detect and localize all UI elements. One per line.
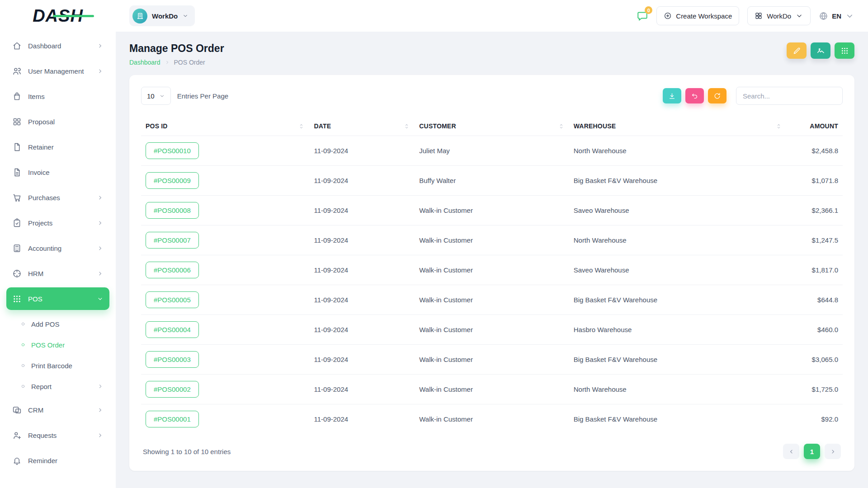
column-header-date[interactable]: DATE <box>309 117 415 136</box>
column-header-inner: POS ID <box>146 122 305 130</box>
table-row: #POS0000211-09-2024Walk-in CustomerNorth… <box>141 375 843 404</box>
sidebar-subitem-label: POS Order <box>31 341 65 349</box>
app-logo[interactable]: DASH <box>0 0 116 32</box>
sidebar-item-items[interactable]: Items <box>6 85 109 108</box>
date-cell: 11-09-2024 <box>309 255 415 285</box>
reset-button[interactable] <box>685 88 704 103</box>
pos-id-badge[interactable]: #POS00007 <box>146 232 199 249</box>
sidebar-subitem-add-pos[interactable]: Add POS <box>6 314 109 334</box>
chevron-right-icon <box>97 432 104 439</box>
app-root: DASH DashboardUser ManagementItemsPropos… <box>0 0 868 488</box>
pagination-next-button[interactable] <box>825 444 841 459</box>
export-button[interactable] <box>663 88 681 103</box>
breadcrumb: Dashboard POS Order <box>129 59 224 66</box>
pos-id-badge[interactable]: #POS00004 <box>146 321 199 338</box>
messages-button[interactable]: 0 <box>637 10 648 22</box>
customer-cell: Buffy Walter <box>415 166 569 196</box>
sidebar-item-label: User Management <box>28 67 84 75</box>
pagination-page-1[interactable]: 1 <box>804 444 820 459</box>
undo-icon <box>691 92 698 100</box>
workspace-switcher[interactable]: WorkDo <box>129 5 195 26</box>
sidebar-item-invoice[interactable]: Invoice <box>6 161 109 183</box>
breadcrumb-dashboard-link[interactable]: Dashboard <box>129 59 160 66</box>
pos-id-badge[interactable]: #POS00010 <box>146 142 199 159</box>
column-header-amount: AMOUNT <box>787 117 843 136</box>
customer-cell: Juliet May <box>415 136 569 166</box>
sidebar-item-label: Items <box>28 93 45 100</box>
column-header-pos-id[interactable]: POS ID <box>141 117 309 136</box>
sidebar-subitem-report[interactable]: Report <box>6 376 109 397</box>
chevron-right-icon <box>97 68 104 75</box>
pagination-prev-button[interactable] <box>783 444 799 459</box>
sidebar-item-requests[interactable]: Requests <box>6 424 109 446</box>
bag-icon <box>12 92 22 101</box>
column-label: CUSTOMER <box>419 122 456 130</box>
create-workspace-label: Create Workspace <box>676 12 732 20</box>
date-cell: 11-09-2024 <box>309 375 415 404</box>
sidebar-subitem-print-barcode[interactable]: Print Barcode <box>6 355 109 376</box>
pencil-icon <box>793 47 801 55</box>
search-input[interactable] <box>736 87 843 105</box>
table-row: #POS0000711-09-2024Walk-in CustomerNorth… <box>141 225 843 255</box>
language-selector[interactable]: EN <box>819 11 854 21</box>
customer-cell: Walk-in Customer <box>415 225 569 255</box>
pos-id-badge[interactable]: #POS00005 <box>146 291 199 308</box>
overview-button[interactable] <box>811 42 830 59</box>
table-row: #POS0000511-09-2024Walk-in CustomerBig B… <box>141 285 843 315</box>
sidebar-item-label: Purchases <box>28 194 60 202</box>
column-header-inner: DATE <box>314 122 410 130</box>
app-switcher-button[interactable]: WorkDo <box>747 6 811 25</box>
pos-id-badge[interactable]: #POS00006 <box>146 262 199 278</box>
edit-theme-button[interactable] <box>787 42 807 59</box>
chevron-right-icon <box>97 383 104 389</box>
warehouse-cell: Hasbro Warehouse <box>569 315 787 345</box>
grid-small-icon <box>755 12 763 20</box>
refresh-button[interactable] <box>708 88 726 103</box>
sidebar-item-accounting[interactable]: Accounting <box>6 237 109 259</box>
grid-view-button[interactable] <box>835 42 854 59</box>
sidebar-item-user-management[interactable]: User Management <box>6 60 109 82</box>
sidebar-item-proposal[interactable]: Proposal <box>6 110 109 133</box>
column-header-customer[interactable]: CUSTOMER <box>415 117 569 136</box>
pos-id-badge[interactable]: #POS00003 <box>146 351 199 368</box>
sidebar-item-reminder[interactable]: Reminder <box>6 449 109 472</box>
sidebar-item-label: Dashboard <box>28 42 61 50</box>
chevron-right-icon <box>97 42 104 49</box>
pos-orders-table: POS IDDATECUSTOMERWAREHOUSEAMOUNT #POS00… <box>141 117 843 434</box>
showing-entries-text: Showing 1 to 10 of 10 entries <box>143 448 231 455</box>
download-icon <box>668 92 676 100</box>
sidebar: DASH DashboardUser ManagementItemsPropos… <box>0 0 116 488</box>
create-workspace-button[interactable]: Create Workspace <box>656 6 739 25</box>
sidebar-item-hrm[interactable]: HRM <box>6 262 109 285</box>
sidebar-subitem-pos-order[interactable]: POS Order <box>6 334 109 355</box>
sidebar-item-projects[interactable]: Projects <box>6 211 109 234</box>
sidebar-item-pos[interactable]: POS <box>6 287 109 310</box>
pos-id-badge[interactable]: #POS00009 <box>146 172 199 189</box>
pos-id-badge[interactable]: #POS00008 <box>146 202 199 219</box>
table-row: #POS0000411-09-2024Walk-in CustomerHasbr… <box>141 315 843 345</box>
chevron-down-icon <box>159 93 165 99</box>
warehouse-cell: Big Basket F&V Warehouse <box>569 404 787 434</box>
sidebar-item-label: Proposal <box>28 118 55 126</box>
amount-cell: $1,071.8 <box>787 166 843 196</box>
table-head-row: POS IDDATECUSTOMERWAREHOUSEAMOUNT <box>141 117 843 136</box>
sidebar-item-retainer[interactable]: Retainer <box>6 136 109 158</box>
sidebar-nav: DashboardUser ManagementItemsProposalRet… <box>0 32 116 474</box>
customer-cell: Walk-in Customer <box>415 404 569 434</box>
sidebar-item-crm[interactable]: CRM <box>6 399 109 421</box>
chevron-right-icon <box>165 60 170 65</box>
sidebar-item-dashboard[interactable]: Dashboard <box>6 34 109 57</box>
entries-per-page-select[interactable]: 10 <box>141 87 171 105</box>
grid-dots-icon <box>840 47 849 55</box>
sidebar-subitem-label: Print Barcode <box>31 362 72 370</box>
amount-cell: $1,247.5 <box>787 225 843 255</box>
sidebar-item-purchases[interactable]: Purchases <box>6 186 109 209</box>
chevron-right-icon <box>97 245 104 252</box>
pos-id-badge[interactable]: #POS00002 <box>146 381 199 398</box>
amount-cell: $1,817.0 <box>787 255 843 285</box>
column-header-warehouse[interactable]: WAREHOUSE <box>569 117 787 136</box>
table-row: #POS0000311-09-2024Walk-in CustomerBig B… <box>141 345 843 375</box>
sidebar-subitem-label: Add POS <box>31 320 60 328</box>
users-icon <box>12 66 22 76</box>
pos-id-badge[interactable]: #POS00001 <box>146 411 199 427</box>
